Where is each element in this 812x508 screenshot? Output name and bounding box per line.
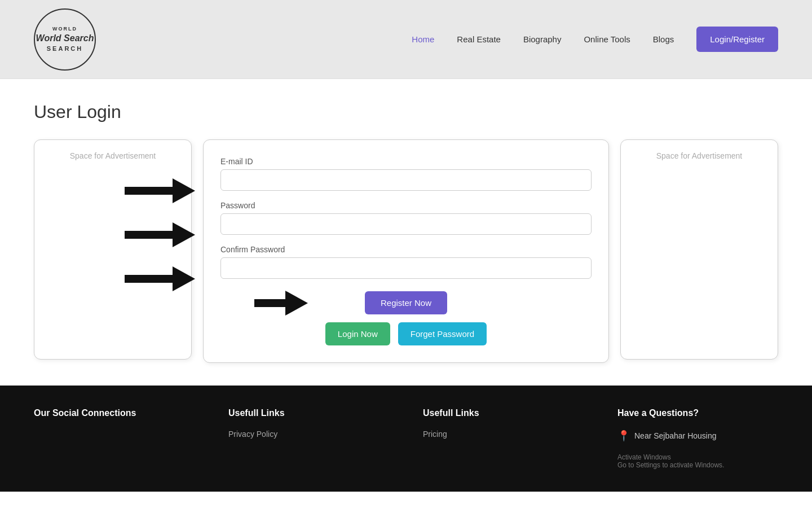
login-form-box: E-mail ID Password Confirm Password (203, 139, 609, 363)
password-field-group: Password (220, 201, 592, 235)
questions-heading: Have a Questions? (617, 408, 778, 418)
footer-social: Our Social Connections (34, 408, 195, 469)
footer: Our Social Connections Usefull Links Pri… (0, 386, 812, 492)
confirm-password-input[interactable] (220, 257, 592, 279)
left-ad-text: Space for Advertisement (70, 151, 156, 160)
windows-activate: Activate Windows Go to Settings to activ… (617, 453, 778, 469)
right-ad-box: Space for Advertisement (620, 139, 778, 360)
right-ad-text: Space for Advertisement (656, 151, 743, 160)
login-register-button[interactable]: Login/Register (696, 27, 778, 52)
nav-home[interactable]: Home (412, 34, 434, 44)
useful-links-1-heading: Usefull Links (228, 408, 389, 418)
password-label: Password (220, 201, 592, 210)
main-content: User Login Space for Advertisement E-mai… (0, 79, 812, 386)
email-field-group: E-mail ID (220, 157, 592, 191)
pricing-link[interactable]: Pricing (423, 430, 584, 439)
nav-real-estate[interactable]: Real Estate (457, 34, 501, 44)
logo-search: SEARCH (47, 45, 83, 52)
location-row: 📍 Near Sejbahar Housing (617, 430, 778, 442)
nav-biography[interactable]: Biography (523, 34, 562, 44)
logo-circle: WORLD World Search SEARCH (34, 8, 96, 71)
logo-world: WORLD (52, 26, 77, 33)
arrow-password (125, 222, 195, 247)
forgot-password-button[interactable]: Forget Password (398, 322, 487, 345)
login-button[interactable]: Login Now (325, 322, 390, 345)
email-input[interactable] (220, 169, 592, 191)
win-line1: Activate Windows (617, 453, 778, 461)
confirm-password-label: Confirm Password (220, 245, 592, 254)
email-label: E-mail ID (220, 157, 592, 166)
win-line2: Go to Settings to activate Windows. (617, 461, 778, 469)
footer-useful-1: Usefull Links Privacy Policy (228, 408, 389, 469)
page-title: User Login (34, 102, 778, 122)
privacy-policy-link[interactable]: Privacy Policy (228, 430, 389, 439)
social-heading: Our Social Connections (34, 408, 195, 418)
nav: Home Real Estate Biography Online Tools … (412, 27, 778, 52)
footer-questions: Have a Questions? 📍 Near Sejbahar Housin… (617, 408, 778, 469)
arrow-email (125, 178, 195, 203)
register-button[interactable]: Register Now (365, 291, 447, 314)
confirm-password-field-group: Confirm Password (220, 245, 592, 279)
footer-useful-2: Usefull Links Pricing (423, 408, 584, 469)
logo: WORLD World Search SEARCH (34, 8, 96, 71)
login-forgot-row: Login Now Forget Password (220, 322, 592, 345)
arrow-register (254, 291, 308, 316)
location-text: Near Sejbahar Housing (634, 431, 717, 440)
left-ad-box: Space for Advertisement (34, 139, 192, 360)
logo-main-text: World Search (36, 33, 94, 45)
arrow-confirm-password (125, 266, 195, 291)
location-icon: 📍 (617, 430, 630, 442)
three-col-layout: Space for Advertisement E-mail ID (34, 139, 778, 363)
password-input[interactable] (220, 213, 592, 235)
header: WORLD World Search SEARCH Home Real Esta… (0, 0, 812, 79)
nav-online-tools[interactable]: Online Tools (584, 34, 630, 44)
nav-blogs[interactable]: Blogs (653, 34, 674, 44)
useful-links-2-heading: Usefull Links (423, 408, 584, 418)
register-row: Register Now (220, 291, 592, 314)
